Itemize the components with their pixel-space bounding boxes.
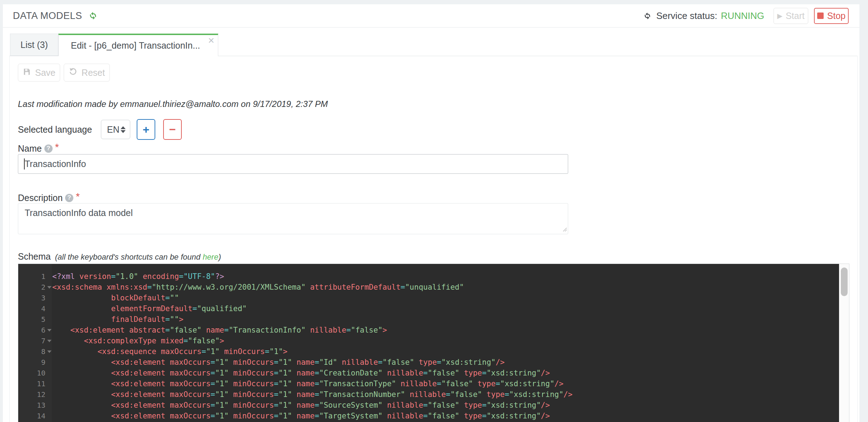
- service-refresh-icon[interactable]: [643, 11, 652, 20]
- editor-scrollbar-thumb[interactable]: [841, 268, 848, 296]
- fold-toggle-icon[interactable]: [47, 286, 52, 289]
- code-line[interactable]: <xsd:element abstract="false" name="Tran…: [52, 325, 838, 335]
- panel-border-right: [857, 56, 858, 422]
- start-button-label: Start: [786, 11, 805, 21]
- gutter-line-number: 7: [18, 335, 52, 346]
- minus-icon: −: [169, 124, 176, 135]
- tab-list[interactable]: List (3): [10, 34, 58, 56]
- panel-border-left: [9, 56, 10, 422]
- name-label-row: Name ? *: [18, 143, 59, 154]
- code-line[interactable]: <xsd:complexType mixed="false">: [52, 335, 838, 346]
- schema-label: Schema: [18, 251, 51, 262]
- gutter-line-number: 10: [18, 368, 52, 378]
- undo-icon: [69, 67, 77, 78]
- gutter-line-number: 5: [18, 314, 52, 325]
- gutter-line-number: 6: [18, 325, 52, 335]
- selected-language-label: Selected language: [18, 124, 92, 135]
- description-wrap: TransactionInfo data model: [18, 203, 568, 234]
- start-button[interactable]: ▶ Start: [774, 8, 808, 24]
- remove-language-button[interactable]: −: [163, 119, 182, 140]
- language-select-value: EN: [107, 124, 120, 135]
- schema-label-row: Schema (all the keyboard's shortcuts can…: [18, 251, 221, 262]
- tab-edit-label: Edit - [p6_demo] TransactionIn...: [71, 40, 200, 51]
- service-status-area: Service status: RUNNING ▶ Start Stop: [643, 8, 849, 24]
- resize-grip-icon[interactable]: [562, 226, 567, 233]
- editor-gutter: 1234567891011121314: [18, 264, 52, 422]
- gutter-line-number: 1: [18, 271, 52, 282]
- page-title: DATA MODELS: [13, 10, 82, 21]
- text-cursor: [24, 158, 25, 170]
- gutter-line-number: 4: [18, 303, 52, 314]
- gutter-line-number: 12: [18, 389, 52, 400]
- editor-scrollbar-track[interactable]: [839, 264, 849, 422]
- save-button-label: Save: [35, 68, 55, 78]
- select-spinner-icon: [121, 126, 126, 133]
- code-line[interactable]: blockDefault="": [52, 293, 838, 303]
- name-input[interactable]: [18, 154, 568, 174]
- required-asterisk: *: [55, 142, 59, 153]
- gutter-line-number: 9: [18, 357, 52, 368]
- reset-button[interactable]: Reset: [64, 64, 110, 82]
- tab-edit-active[interactable]: Edit - [p6_demo] TransactionIn... ×: [58, 34, 218, 56]
- editor-gutter-lines: 1234567891011121314: [18, 271, 52, 421]
- play-icon: ▶: [777, 13, 782, 19]
- name-label: Name: [18, 143, 42, 154]
- tab-close-icon[interactable]: ×: [208, 35, 214, 46]
- gutter-line-number: 14: [18, 411, 52, 421]
- code-line[interactable]: elementFormDefault="qualified": [52, 303, 838, 314]
- required-asterisk: *: [76, 191, 80, 202]
- description-textarea[interactable]: TransactionInfo data model: [18, 203, 568, 234]
- fold-toggle-icon[interactable]: [47, 329, 52, 332]
- service-status-label: Service status:: [656, 10, 717, 21]
- gutter-line-number: 3: [18, 293, 52, 303]
- gutter-line-number: 2: [18, 282, 52, 293]
- code-line[interactable]: finalDefault="">: [52, 314, 838, 325]
- page: DATA MODELS Service status: RUNNING ▶ St…: [0, 0, 868, 422]
- schema-note: (all the keyboard's shortcuts can be fou…: [55, 252, 221, 262]
- reset-button-label: Reset: [82, 68, 105, 78]
- code-line[interactable]: <xsd:element maxOccurs="1" minOccurs="1"…: [52, 378, 838, 389]
- editor-code-lines[interactable]: <?xml version="1.0" encoding="UTF-8"?><x…: [52, 271, 838, 421]
- code-line[interactable]: <xsd:element maxOccurs="1" minOccurs="1"…: [52, 411, 838, 421]
- help-icon[interactable]: ?: [44, 144, 53, 153]
- code-line[interactable]: <?xml version="1.0" encoding="UTF-8"?>: [52, 271, 838, 282]
- code-line[interactable]: <xsd:sequence maxOccurs="1" minOccurs="1…: [52, 346, 838, 357]
- code-line[interactable]: <xsd:element maxOccurs="1" minOccurs="1"…: [52, 389, 838, 400]
- fold-toggle-icon[interactable]: [47, 350, 52, 353]
- code-line[interactable]: <xsd:element maxOccurs="1" minOccurs="1"…: [52, 368, 838, 378]
- add-language-button[interactable]: +: [137, 119, 155, 140]
- code-line[interactable]: <xsd:schema xmlns:xsd="http://www.w3.org…: [52, 282, 838, 293]
- stop-button-label: Stop: [827, 11, 845, 21]
- shortcuts-link[interactable]: here: [203, 252, 218, 261]
- fold-toggle-icon[interactable]: [47, 340, 52, 342]
- name-input-wrap: [18, 154, 568, 174]
- gutter-line-number: 13: [18, 400, 52, 411]
- code-line[interactable]: <xsd:element maxOccurs="1" minOccurs="1"…: [52, 357, 838, 368]
- service-status-value: RUNNING: [721, 10, 764, 21]
- save-button[interactable]: Save: [18, 64, 60, 82]
- code-line[interactable]: <xsd:element maxOccurs="1" minOccurs="1"…: [52, 400, 838, 411]
- gutter-line-number: 11: [18, 378, 52, 389]
- help-icon[interactable]: ?: [65, 194, 73, 202]
- refresh-icon[interactable]: [88, 11, 98, 21]
- language-select[interactable]: EN: [101, 120, 130, 139]
- gutter-line-number: 8: [18, 346, 52, 357]
- header-bar: DATA MODELS Service status: RUNNING ▶ St…: [3, 4, 859, 28]
- last-modification-text: Last modification made by emmanuel.thiri…: [18, 99, 328, 109]
- plus-icon: +: [143, 124, 150, 135]
- tab-list-label: List (3): [20, 40, 48, 50]
- save-icon: [23, 68, 31, 78]
- schema-code-editor[interactable]: 1234567891011121314 <?xml version="1.0" …: [18, 264, 849, 422]
- stop-button[interactable]: Stop: [814, 8, 849, 24]
- description-label: Description: [18, 193, 63, 203]
- description-label-row: Description ? *: [18, 192, 80, 203]
- stop-icon: [817, 13, 824, 19]
